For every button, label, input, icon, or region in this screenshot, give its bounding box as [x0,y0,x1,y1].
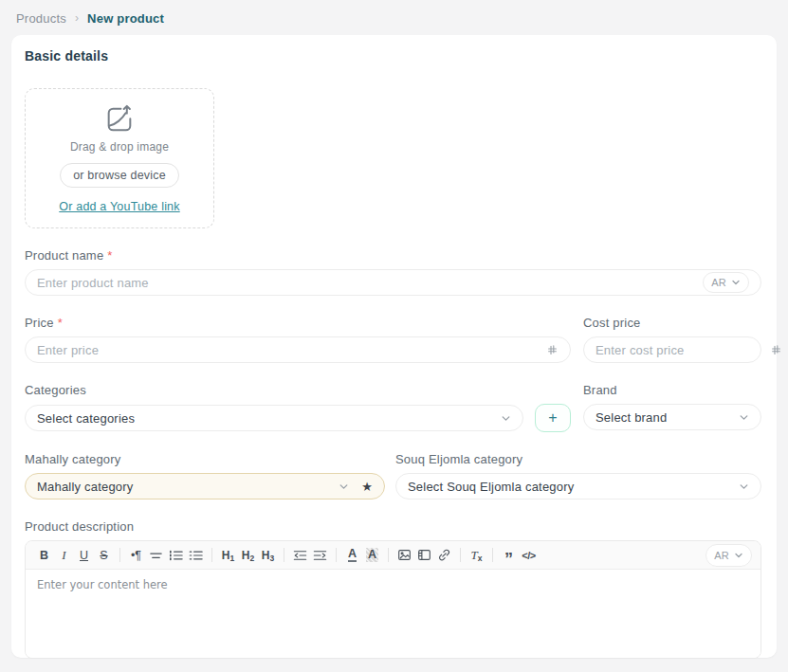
insert-link-button[interactable] [434,545,454,566]
insert-image-button[interactable] [394,545,414,566]
bold-button[interactable]: B [34,545,54,566]
card-title: Basic details [25,49,761,64]
bullet-list-button[interactable] [186,545,206,566]
breadcrumb: Products › New product [0,0,788,35]
image-dropzone[interactable]: Drag & drop image or browse device Or ad… [25,88,214,228]
italic-button[interactable]: I [54,545,74,566]
indent-button[interactable] [310,545,330,566]
text-color-button[interactable]: A [342,545,362,566]
breadcrumb-separator: › [75,11,79,25]
brand-select[interactable]: Select brand [583,404,761,430]
heading3-button[interactable]: H3 [258,545,278,566]
cost-price-input[interactable] [596,343,762,357]
mahally-category-label: Mahally category [25,453,385,465]
brand-label: Brand [583,384,761,396]
align-button[interactable] [146,545,166,566]
insert-video-button[interactable] [414,545,434,566]
editor-toolbar: B I U S •¶ H1 H2 H3 [26,541,761,570]
toolbar-divider [119,548,120,562]
editor-language-select[interactable]: AR [706,544,752,567]
clear-formatting-button[interactable]: Tx [467,545,486,566]
cost-price-label: Cost price [583,317,761,329]
cost-price-field [583,336,761,363]
chevron-down-icon [734,551,743,560]
product-name-language-select[interactable]: AR [703,272,749,293]
toolbar-divider [460,548,461,562]
breadcrumb-current-page: New product [87,11,164,26]
product-description-label: Product description [25,520,761,533]
basic-details-card: Basic details Drag & drop image or brows… [11,35,777,658]
code-view-button[interactable]: </> [519,545,539,566]
categories-select[interactable]: Select categories [25,405,523,431]
mahally-category-select[interactable]: Mahally category ★ [25,473,385,499]
souq-eljomla-category-select[interactable]: Select Souq Eljomla category [395,473,761,499]
description-editor: B I U S •¶ H1 H2 H3 [25,540,761,659]
required-asterisk: * [107,249,112,262]
highlight-color-button[interactable]: A [362,545,382,566]
product-name-label: Product name * [25,249,761,262]
saudi-riyal-currency-icon [770,344,782,356]
star-icon: ★ [361,481,373,493]
description-content-input[interactable] [26,570,761,654]
toolbar-divider [336,548,337,562]
price-input[interactable] [37,343,539,357]
toolbar-divider [492,548,493,562]
ordered-list-button[interactable] [166,545,186,566]
categories-label: Categories [25,384,571,396]
heading1-button[interactable]: H1 [218,545,238,566]
saudi-riyal-currency-icon [546,344,559,356]
toolbar-divider [211,548,212,562]
toolbar-divider [388,548,389,562]
underline-button[interactable]: U [74,545,94,566]
price-field [25,336,571,363]
image-upload-icon [103,103,136,136]
product-name-input[interactable] [37,276,695,290]
breadcrumb-products-link[interactable]: Products [16,11,66,26]
chevron-down-icon [731,278,741,287]
chevron-down-icon [501,413,511,424]
blockquote-button[interactable]: ” [499,545,519,566]
drag-drop-label: Drag & drop image [70,140,169,154]
add-category-button[interactable]: + [535,404,571,432]
chevron-down-icon [739,481,749,492]
outdent-button[interactable] [290,545,310,566]
text-direction-button[interactable]: •¶ [126,545,146,566]
required-asterisk: * [58,317,63,329]
heading2-button[interactable]: H2 [238,545,258,566]
product-name-field: AR [25,269,761,296]
browse-device-button[interactable]: or browse device [60,163,179,188]
toolbar-divider [284,548,284,562]
souq-eljomla-category-label: Souq Eljomla category [395,453,761,465]
price-label: Price * [25,317,571,329]
chevron-down-icon [739,412,749,423]
strikethrough-button[interactable]: S [94,545,114,566]
chevron-down-icon [339,481,349,492]
add-youtube-link[interactable]: Or add a YouTube link [59,200,179,213]
